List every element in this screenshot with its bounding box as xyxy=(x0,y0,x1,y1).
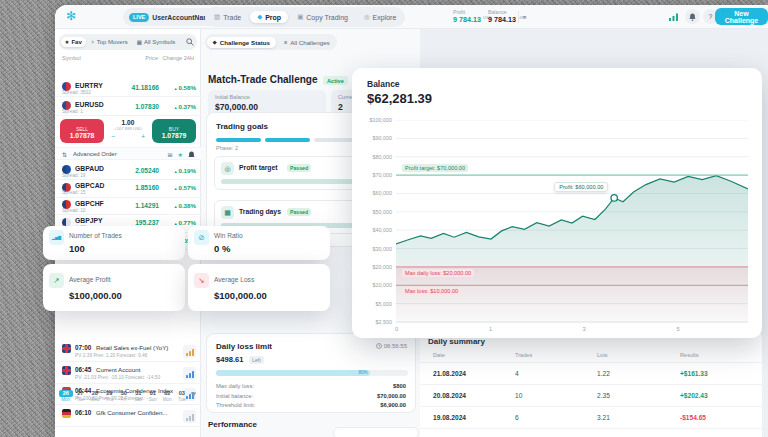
calendar-day-01[interactable]: 01Sun xyxy=(146,390,160,405)
balance-chart: Profit target: $70,000.00Max daily loss:… xyxy=(396,120,748,322)
table-row[interactable]: 21.08.2024 4 1.22 +$161.33 xyxy=(420,362,762,384)
timer-value: 06:56:55 xyxy=(384,343,407,349)
calendar-day-27[interactable]: 27Tue xyxy=(74,390,88,405)
daily-loss-progress-fill: 80% xyxy=(216,370,370,376)
volume-increase-button[interactable]: + xyxy=(141,133,145,140)
symbol-row-eurusd[interactable]: EURUSD Spread: 1 1.07830 ▴ 0.37% xyxy=(55,98,201,116)
table-row[interactable]: 18.08.2024 11 1.13 +$234.81 xyxy=(420,428,762,437)
y-axis-label: $70,000 xyxy=(354,172,392,178)
arrow-up-icon: ▴ xyxy=(174,105,176,110)
symbol-spread: Spread: 15 xyxy=(62,190,85,195)
buy-price: 1.07879 xyxy=(152,132,196,139)
volume-value[interactable]: 1.00 xyxy=(107,119,149,126)
main-nav: ▥ Trade ◆ Prop ▣ Copy Trading ◎ Explore xyxy=(205,7,405,27)
symbol-change: ▴ 0.77% xyxy=(174,219,196,226)
symbol-name: GBPCHF xyxy=(75,200,104,207)
impact-chart-icon xyxy=(183,367,196,380)
row-value: $6,900.00 xyxy=(380,402,406,408)
column-symbol: Symbol xyxy=(62,55,81,61)
y-axis-label: $10,000 xyxy=(354,282,392,288)
app-logo-snowflake-icon[interactable]: ✻ xyxy=(66,9,76,23)
nav-label: Trade xyxy=(223,14,241,21)
sell-button[interactable]: SELL 1.07878 xyxy=(60,119,104,143)
phase-progress xyxy=(216,138,359,142)
row-label: Threshold limit: xyxy=(216,402,255,408)
nav-tab-copy-trading[interactable]: ▣ Copy Trading xyxy=(290,11,355,23)
top-navigation-bar: ✻ LIVE UserAccountName ▾ ▥ Trade ◆ Prop … xyxy=(55,5,768,29)
chart-tooltip: Profit: $60,000.00 xyxy=(554,182,608,192)
calendar-day-03[interactable]: 03Tue xyxy=(175,390,189,405)
symbol-row-gbpaud[interactable]: GBPAUD Spread: 19 2.05240 ▴ 0.19% xyxy=(55,162,201,180)
calendar-day-29[interactable]: 29Thu xyxy=(103,390,117,405)
y-axis-label: $40,000 xyxy=(354,227,392,233)
grid-icon: ▦ xyxy=(137,39,142,45)
symbol-change: ▴ 0.19% xyxy=(174,167,196,174)
news-title: Gfk Consumer Confiden... xyxy=(96,409,180,416)
symbol-row-gbpcad[interactable]: GBPCAD Spread: 15 1.85160 ▴ 0.57% xyxy=(55,180,201,198)
order-type-icon: ⇅ xyxy=(62,151,67,158)
tab-challenge-status[interactable]: ◆ Challenge Status xyxy=(207,37,276,48)
goal-passed-badge: Passed xyxy=(287,208,311,216)
daily-loss-title: Daily loss limit xyxy=(216,342,272,351)
notifications-bell-icon[interactable] xyxy=(685,9,700,24)
stat-card-win-ratio: ⊘ Win Ratio 0 % xyxy=(188,226,330,260)
calendar-day-02[interactable]: 02Mon xyxy=(161,390,175,405)
news-item[interactable]: 06:10 Gfk Consumer Confiden... xyxy=(55,406,201,427)
performance-range-selector[interactable] xyxy=(333,427,419,437)
cell-trades: 10 xyxy=(515,392,522,399)
advanced-order-label: Advanced Order xyxy=(73,151,117,157)
percent-circle-icon: ⊘ xyxy=(194,230,209,245)
symbol-row-gbpchf[interactable]: GBPCHF Spread: 10 1.14291 ▴ 0.38% xyxy=(55,197,201,215)
search-icon[interactable] xyxy=(186,38,194,46)
row-value: $70,000.00 xyxy=(377,393,406,399)
watchlist-tab-all-symbols[interactable]: ▦All Symbols xyxy=(133,37,180,47)
left-badge: Left xyxy=(249,356,264,364)
nav-tab-explore[interactable]: ◎ Explore xyxy=(357,11,403,23)
cell-lots: 3.21 xyxy=(597,414,610,421)
new-challenge-button[interactable]: New Challenge xyxy=(715,8,768,25)
table-row[interactable]: 19.08.2024 6 3.21 -$154.65 xyxy=(420,406,762,428)
table-row[interactable]: 20.08.2024 10 2.35 +$202.43 xyxy=(420,384,762,406)
live-badge: LIVE xyxy=(129,13,149,22)
phase-segment xyxy=(265,138,310,142)
calendar-day-31[interactable]: 31Sat xyxy=(132,390,146,405)
cell-result: -$154.65 xyxy=(680,414,706,421)
daily-loss-timer: 06:56:55 xyxy=(376,343,407,349)
news-item[interactable]: 06:45 Current Account PV -21.03 Prev: -1… xyxy=(55,363,201,384)
column-price: Price xyxy=(145,55,158,61)
favorite-star-icon[interactable]: ★ xyxy=(178,151,183,159)
row-label: Max daily loss: xyxy=(216,383,254,389)
advanced-order-row[interactable]: ⇅ Advanced Order ⊞ ★ xyxy=(55,147,201,160)
news-item[interactable]: 07:00 Retail Sales ex-Fuel (YoY) PV 2.39… xyxy=(55,341,201,362)
alert-bell-icon[interactable] xyxy=(188,151,195,159)
calendar-day-26[interactable]: 26Mon xyxy=(59,390,73,405)
balance-panel-value: $62,281.39 xyxy=(367,91,432,106)
cell-lots: 2.35 xyxy=(597,392,610,399)
symbol-name: GBPJPY xyxy=(75,217,103,224)
volume-decrease-button[interactable]: − xyxy=(111,133,115,140)
calculator-icon[interactable]: ⊞ xyxy=(168,151,173,159)
calendar-day-28[interactable]: 28Wed xyxy=(88,390,102,405)
filter-funnel-icon[interactable] xyxy=(190,392,197,405)
stat-value: $100,000.00 xyxy=(214,290,267,301)
balance-panel-title: Balance xyxy=(367,79,400,89)
buy-button[interactable]: BUY 1.07879 xyxy=(152,119,196,143)
arrow-up-icon: ▴ xyxy=(174,186,176,191)
news-time: 06:45 xyxy=(75,366,91,373)
nav-tab-trade[interactable]: ▥ Trade xyxy=(207,11,248,23)
y-axis-label: $60,000 xyxy=(354,190,392,196)
nav-tab-prop[interactable]: ◆ Prop xyxy=(250,11,288,23)
symbol-price: 41.18166 xyxy=(131,84,159,91)
bar-chart-icon: ▂▅▇ xyxy=(49,230,64,245)
watchlist-tab-top-movers[interactable]: ⚡Top Movers xyxy=(87,37,132,47)
account-details-chevron-icon[interactable]: ▾ xyxy=(523,13,526,20)
challenge-title: Match-Trade Challenge xyxy=(208,74,317,85)
calendar-day-30[interactable]: 30Fri xyxy=(117,390,131,405)
x-axis-label: 5 xyxy=(677,326,680,332)
daily-loss-row: Max daily loss:$800 xyxy=(216,383,406,389)
symbol-name: EURTRY xyxy=(75,82,103,89)
tab-all-challenges[interactable]: ≡ All Challenges xyxy=(278,37,336,48)
chart-annotation: Profit target: $70,000.00 xyxy=(402,164,468,172)
symbol-row-eurtry[interactable]: EURTRY Spread: 3502 41.18166 ▴ 0.58% xyxy=(55,79,201,97)
watchlist-tab-fav[interactable]: ★Fav xyxy=(61,37,86,47)
